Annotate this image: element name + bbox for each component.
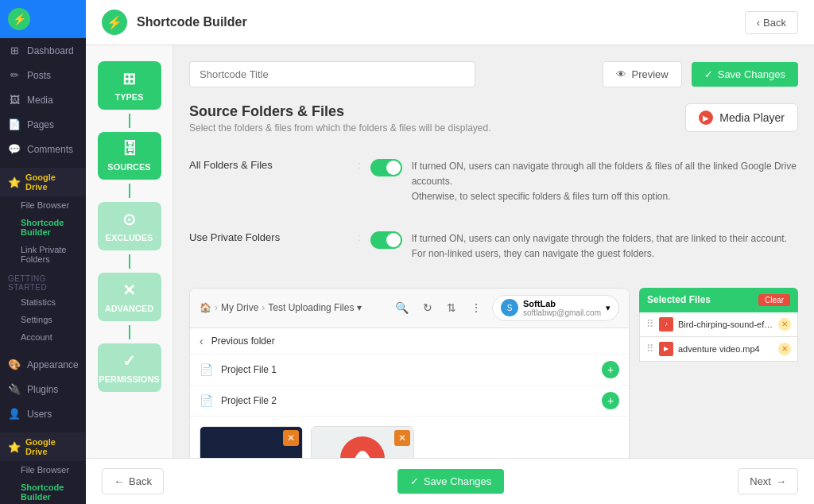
sidebar-item-file-browser-2[interactable]: File Browser [0, 461, 86, 479]
google-drive-icon: ⭐ [8, 176, 21, 188]
back-label-bottom: Back [129, 475, 152, 487]
google-drive-label-2: Google Drive [25, 437, 78, 456]
user-dropdown-icon[interactable]: ▾ [606, 303, 610, 313]
settings-label: Settings [21, 315, 52, 324]
drag-handle-1[interactable]: ⠿ [646, 318, 654, 330]
sidebar-item-shortcode-builder-2[interactable]: Shortcode Builder [0, 479, 86, 504]
media-player-icon: ▶ [699, 110, 713, 125]
thumb-bird-chirping: ✕ ♪ Bird-chirping-sound-eff... [311, 426, 414, 458]
logo-icon: ⚡ [8, 8, 30, 30]
selected-files-panel: Selected Files Clear ⠿ ♪ Bird-chirping-s… [639, 288, 798, 458]
fb-actions: 🔍 ↻ ⇅ ⋮ [391, 299, 486, 316]
user-email: softlabwp@gmail.com [523, 308, 601, 317]
search-button[interactable]: 🔍 [391, 299, 413, 316]
preview-button[interactable]: 👁 Preview [603, 61, 681, 87]
step-advanced[interactable]: ✕ ADVANCED [98, 273, 161, 321]
sidebar-item-shortcode-builder[interactable]: Shortcode Builder [0, 214, 86, 241]
all-folders-toggle[interactable] [370, 159, 402, 176]
sidebar-pages-label: Pages [27, 119, 54, 130]
sort-button[interactable]: ⇅ [443, 299, 460, 316]
sidebar-item-account[interactable]: Account [0, 328, 86, 346]
content-area: ⊞ TYPES 🗄 SOURCES ⊙ EXCLUDES ✕ ADVANCED … [86, 45, 814, 458]
home-icon: 🏠 [200, 302, 211, 313]
sidebar-item-google-drive-2[interactable]: ⭐ Google Drive [0, 432, 86, 461]
sources-icon: 🗄 [122, 140, 138, 158]
add-file-2-button[interactable]: + [602, 392, 619, 409]
remove-adventure-button[interactable]: ✕ [283, 430, 299, 446]
link-private-label: Link Private Folders [21, 245, 66, 264]
sidebar-item-comments[interactable]: 💬 Comments [0, 137, 86, 161]
sidebar-item-link-private[interactable]: Link Private Folders [0, 241, 86, 268]
sources-label: SOURCES [107, 162, 150, 172]
eye-icon: 👁 [616, 68, 626, 80]
selected-files-label: Selected Files [647, 294, 711, 305]
private-folders-toggle[interactable] [370, 231, 402, 249]
media-player-label: Media Player [719, 111, 785, 124]
my-drive-label[interactable]: My Drive [221, 302, 258, 313]
sidebar-item-statistics[interactable]: Statistics [0, 293, 86, 311]
media-player-button[interactable]: ▶ Media Player [685, 103, 798, 132]
refresh-button[interactable]: ↻ [419, 299, 436, 316]
sidebar-item-posts[interactable]: ✏ Posts [0, 63, 86, 87]
user-badge: S SoftLab softlabwp@gmail.com ▾ [492, 295, 619, 321]
selected-files-header: Selected Files Clear [639, 288, 798, 312]
google-drive-label: Google Drive [25, 173, 78, 192]
file-icon-1: 📄 [200, 363, 213, 376]
drag-handle-2[interactable]: ⠿ [646, 343, 654, 355]
next-label: Next [750, 475, 771, 487]
clear-button[interactable]: Clear [758, 294, 790, 306]
prev-folder-label: Previous folder [211, 335, 619, 347]
back-button[interactable]: ‹ Back [745, 11, 798, 34]
sidebar-item-appearance[interactable]: 🎨 Appearance [0, 352, 86, 377]
advanced-label: ADVANCED [105, 304, 154, 313]
private-folders-label: Use Private Folders [189, 231, 348, 243]
sidebar-item-pages[interactable]: 📄 Pages [0, 112, 86, 137]
more-button[interactable]: ⋮ [467, 299, 486, 316]
posts-icon: ✏ [8, 69, 21, 81]
steps-panel: ⊞ TYPES 🗄 SOURCES ⊙ EXCLUDES ✕ ADVANCED … [86, 45, 173, 458]
sidebar-comments-label: Comments [27, 144, 73, 155]
remove-bird-button[interactable]: ✕ [394, 430, 410, 446]
all-folders-desc: If turned ON, users can navigate through… [412, 159, 798, 205]
appearance-label: Appearance [27, 359, 79, 370]
file-browser-header: 🏠 › My Drive › Test Uploading Files ▾ 🔍 [190, 289, 629, 328]
current-folder[interactable]: Test Uploading Files ▾ [268, 302, 362, 313]
back-chevron-icon: ‹ [757, 17, 760, 29]
back-button-bottom[interactable]: ← Back [102, 468, 164, 494]
selected-file-icon-2: ▶ [659, 342, 673, 356]
back-folder-icon: ‹ [200, 335, 204, 347]
toggle-sep-1: : [358, 159, 361, 171]
step-excludes[interactable]: ⊙ EXCLUDES [98, 202, 161, 250]
section-title: Source Folders & Files [189, 103, 491, 120]
sidebar-item-media[interactable]: 🖼 Media [0, 87, 86, 112]
sidebar-item-dashboard[interactable]: ⊞ Dashboard [0, 38, 86, 63]
prev-folder-row[interactable]: ‹ Previous folder [190, 328, 629, 355]
sidebar-item-google-drive[interactable]: ⭐ Google Drive [0, 168, 86, 196]
sidebar-item-file-browser[interactable]: File Browser [0, 196, 86, 214]
save-changes-button-bottom[interactable]: ✓ Save Changes [397, 469, 504, 494]
selected-item-2: ⠿ ▶ adventure video.mp4 ✕ [639, 337, 798, 362]
remove-selected-1-button[interactable]: ✕ [778, 318, 791, 331]
chevron-down-icon: ▾ [357, 302, 362, 313]
left-sidebar: ⚡ ⊞ Dashboard ✏ Posts 🖼 Media 📄 Pages 💬 … [0, 0, 86, 504]
sidebar-item-plugins[interactable]: 🔌 Plugins [0, 377, 86, 401]
save-changes-button-top[interactable]: ✓ Save Changes [692, 62, 798, 87]
pages-icon: 📄 [8, 118, 21, 130]
next-button[interactable]: Next → [738, 468, 798, 494]
add-file-1-button[interactable]: + [602, 361, 619, 378]
sidebar-item-users[interactable]: 👤 Users [0, 401, 86, 426]
preview-label: Preview [631, 68, 668, 80]
media-icon: 🖼 [8, 94, 21, 106]
dashboard-icon: ⊞ [8, 45, 21, 56]
remove-selected-2-button[interactable]: ✕ [778, 343, 791, 355]
step-types[interactable]: ⊞ TYPES [98, 61, 161, 110]
step-permissions[interactable]: ✓ PERMISSIONS [98, 343, 161, 392]
comments-icon: 💬 [8, 143, 21, 155]
sidebar-item-settings[interactable]: Settings [0, 311, 86, 328]
step-sources[interactable]: 🗄 SOURCES [98, 132, 161, 180]
user-name: SoftLab [523, 299, 601, 308]
statistics-label: Statistics [21, 297, 56, 307]
selected-item-1: ⠿ ♪ Bird-chirping-sound-eff... ✕ [639, 312, 798, 337]
shortcode-title-input[interactable] [189, 61, 475, 87]
save-label-top: Save Changes [718, 68, 785, 80]
